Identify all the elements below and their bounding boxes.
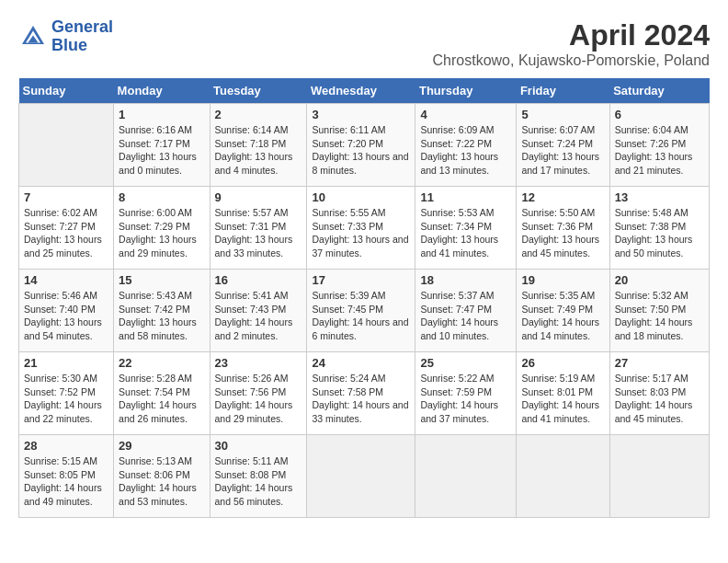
calendar-cell: 15 Sunrise: 5:43 AM Sunset: 7:42 PM Dayl… — [114, 270, 210, 352]
day-info: Sunrise: 5:11 AM Sunset: 8:08 PM Dayligh… — [215, 454, 302, 509]
daylight: Daylight: 14 hours and 29 minutes. — [215, 398, 302, 425]
daylight: Daylight: 13 hours and 13 minutes. — [420, 150, 511, 177]
sunset: Sunset: 8:06 PM — [119, 468, 204, 482]
sunset: Sunset: 7:17 PM — [119, 137, 204, 151]
day-number: 11 — [420, 190, 511, 204]
sunrise: Sunrise: 5:57 AM — [215, 206, 302, 220]
calendar-cell: 8 Sunrise: 6:00 AM Sunset: 7:29 PM Dayli… — [114, 187, 210, 270]
sunset: Sunset: 7:29 PM — [119, 220, 204, 234]
calendar-cell: 22 Sunrise: 5:28 AM Sunset: 7:54 PM Dayl… — [114, 352, 210, 435]
daylight: Daylight: 14 hours and 49 minutes. — [24, 481, 108, 508]
day-info: Sunrise: 6:11 AM Sunset: 7:20 PM Dayligh… — [312, 123, 410, 178]
sunset: Sunset: 7:27 PM — [24, 220, 108, 234]
day-number: 13 — [615, 190, 704, 204]
sunrise: Sunrise: 6:14 AM — [215, 123, 302, 137]
calendar-cell: 30 Sunrise: 5:11 AM Sunset: 8:08 PM Dayl… — [210, 435, 307, 518]
sunrise: Sunrise: 6:09 AM — [420, 123, 511, 137]
sunset: Sunset: 8:08 PM — [215, 468, 302, 482]
day-number: 26 — [521, 356, 604, 370]
calendar-cell: 6 Sunrise: 6:04 AM Sunset: 7:26 PM Dayli… — [609, 104, 709, 187]
day-info: Sunrise: 5:24 AM Sunset: 7:58 PM Dayligh… — [312, 372, 410, 426]
daylight: Daylight: 13 hours and 50 minutes. — [615, 233, 704, 259]
day-info: Sunrise: 5:55 AM Sunset: 7:33 PM Dayligh… — [312, 206, 410, 260]
calendar-cell: 11 Sunrise: 5:53 AM Sunset: 7:34 PM Dayl… — [415, 187, 517, 270]
day-number: 15 — [119, 273, 204, 287]
daylight: Daylight: 14 hours and 45 minutes. — [615, 398, 704, 425]
day-info: Sunrise: 5:57 AM Sunset: 7:31 PM Dayligh… — [215, 206, 302, 260]
calendar-cell: 19 Sunrise: 5:35 AM Sunset: 7:49 PM Dayl… — [517, 270, 609, 352]
daylight: Daylight: 14 hours and 18 minutes. — [615, 316, 704, 342]
sunrise: Sunrise: 6:04 AM — [615, 123, 704, 137]
sunrise: Sunrise: 5:11 AM — [215, 454, 302, 468]
day-number: 18 — [420, 273, 511, 287]
sunset: Sunset: 7:40 PM — [24, 303, 108, 316]
calendar-week-2: 7 Sunrise: 6:02 AM Sunset: 7:27 PM Dayli… — [19, 187, 710, 270]
calendar-week-4: 21 Sunrise: 5:30 AM Sunset: 7:52 PM Dayl… — [19, 352, 710, 435]
logo-text: General Blue — [51, 18, 113, 55]
sunset: Sunset: 7:36 PM — [521, 220, 604, 234]
day-number: 9 — [215, 190, 302, 204]
daylight: Daylight: 14 hours and 14 minutes. — [521, 316, 604, 342]
logo-icon — [18, 22, 48, 52]
day-info: Sunrise: 6:00 AM Sunset: 7:29 PM Dayligh… — [119, 206, 204, 260]
calendar-week-3: 14 Sunrise: 5:46 AM Sunset: 7:40 PM Dayl… — [19, 270, 710, 352]
calendar-cell: 16 Sunrise: 5:41 AM Sunset: 7:43 PM Dayl… — [210, 270, 307, 352]
daylight: Daylight: 13 hours and 17 minutes. — [521, 150, 604, 177]
daylight: Daylight: 13 hours and 0 minutes. — [119, 150, 204, 177]
daylight: Daylight: 13 hours and 54 minutes. — [24, 316, 108, 342]
sunrise: Sunrise: 5:19 AM — [521, 372, 604, 385]
calendar-cell: 3 Sunrise: 6:11 AM Sunset: 7:20 PM Dayli… — [307, 104, 415, 187]
day-number: 4 — [420, 108, 511, 121]
day-number: 23 — [215, 356, 302, 370]
weekday-header-tuesday: Tuesday — [210, 78, 307, 104]
day-info: Sunrise: 5:26 AM Sunset: 7:56 PM Dayligh… — [215, 372, 302, 426]
sunset: Sunset: 7:38 PM — [615, 220, 704, 234]
day-number: 3 — [312, 108, 410, 121]
calendar-cell — [609, 435, 709, 518]
day-number: 25 — [420, 356, 511, 370]
sunset: Sunset: 7:26 PM — [615, 137, 704, 151]
sunrise: Sunrise: 5:32 AM — [615, 289, 704, 303]
day-number: 24 — [312, 356, 410, 370]
page-title: April 2024 — [433, 18, 710, 52]
sunrise: Sunrise: 6:07 AM — [521, 123, 604, 137]
calendar-cell — [415, 435, 517, 518]
calendar-week-5: 28 Sunrise: 5:15 AM Sunset: 8:05 PM Dayl… — [19, 435, 710, 518]
calendar-cell: 4 Sunrise: 6:09 AM Sunset: 7:22 PM Dayli… — [415, 104, 517, 187]
day-number: 27 — [615, 356, 704, 370]
sunrise: Sunrise: 6:11 AM — [312, 123, 410, 137]
calendar-cell: 5 Sunrise: 6:07 AM Sunset: 7:24 PM Dayli… — [517, 104, 609, 187]
sunrise: Sunrise: 5:28 AM — [119, 372, 204, 385]
day-number: 19 — [521, 273, 604, 287]
day-info: Sunrise: 6:09 AM Sunset: 7:22 PM Dayligh… — [420, 123, 511, 178]
sunrise: Sunrise: 5:22 AM — [420, 372, 511, 385]
sunset: Sunset: 7:45 PM — [312, 303, 410, 316]
daylight: Daylight: 14 hours and 41 minutes. — [521, 398, 604, 425]
calendar-cell: 10 Sunrise: 5:55 AM Sunset: 7:33 PM Dayl… — [307, 187, 415, 270]
daylight: Daylight: 14 hours and 37 minutes. — [420, 398, 511, 425]
daylight: Daylight: 13 hours and 37 minutes. — [312, 233, 410, 259]
day-number: 5 — [521, 108, 604, 121]
day-number: 1 — [119, 108, 204, 121]
day-info: Sunrise: 5:28 AM Sunset: 7:54 PM Dayligh… — [119, 372, 204, 426]
day-info: Sunrise: 5:37 AM Sunset: 7:47 PM Dayligh… — [420, 289, 511, 343]
day-number: 2 — [215, 108, 302, 121]
day-number: 29 — [119, 439, 204, 453]
day-number: 12 — [521, 190, 604, 204]
day-info: Sunrise: 6:07 AM Sunset: 7:24 PM Dayligh… — [521, 123, 604, 178]
sunset: Sunset: 7:22 PM — [420, 137, 511, 151]
calendar-cell: 25 Sunrise: 5:22 AM Sunset: 7:59 PM Dayl… — [415, 352, 517, 435]
daylight: Daylight: 14 hours and 6 minutes. — [312, 316, 410, 342]
daylight: Daylight: 14 hours and 56 minutes. — [215, 481, 302, 508]
calendar-table: SundayMondayTuesdayWednesdayThursdayFrid… — [18, 78, 710, 518]
sunset: Sunset: 7:42 PM — [119, 303, 204, 316]
daylight: Daylight: 13 hours and 8 minutes. — [312, 150, 410, 177]
day-number: 21 — [24, 356, 108, 370]
day-number: 16 — [215, 273, 302, 287]
weekday-header-thursday: Thursday — [415, 78, 517, 104]
sunset: Sunset: 8:01 PM — [521, 385, 604, 399]
sunrise: Sunrise: 5:17 AM — [615, 372, 704, 385]
sunrise: Sunrise: 5:24 AM — [312, 372, 410, 385]
daylight: Daylight: 14 hours and 10 minutes. — [420, 316, 511, 342]
day-info: Sunrise: 5:48 AM Sunset: 7:38 PM Dayligh… — [615, 206, 704, 260]
